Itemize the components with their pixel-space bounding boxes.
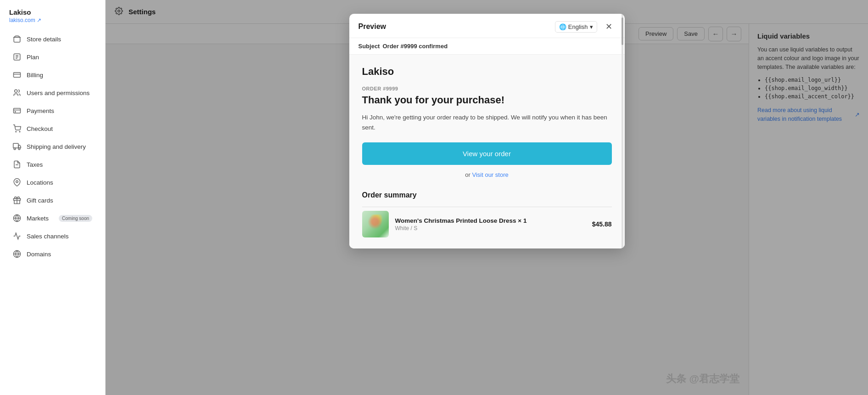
taxes-icon <box>13 160 21 169</box>
sidebar-item-locations[interactable]: Locations <box>4 174 101 191</box>
item-name: Women's Christmas Printed Loose Dress × … <box>395 217 586 224</box>
main-area: Settings Preview Save ← → Liquid variabl… <box>106 0 868 395</box>
markets-icon <box>13 214 21 222</box>
svg-rect-0 <box>14 37 20 42</box>
modal-scrollbar[interactable] <box>621 14 624 248</box>
modal-header: Preview 🌐 English ▾ ✕ <box>349 14 625 38</box>
language-label: English <box>568 23 588 30</box>
plan-icon <box>13 53 21 61</box>
external-link-icon: ↗ <box>37 17 41 23</box>
sidebar-label-users: Users and permissions <box>27 90 92 96</box>
sidebar-label-shipping: Shipping and delivery <box>27 143 92 150</box>
modal-subject: SubjectOrder #9999 confirmed <box>349 38 625 55</box>
chevron-down-icon: ▾ <box>590 23 593 30</box>
email-store-name: Lakiso <box>362 66 612 78</box>
scroll-thumb <box>622 17 623 45</box>
item-thumbnail <box>362 211 389 237</box>
email-preview: Lakiso ORDER #9999 Thank you for your pu… <box>349 55 625 248</box>
item-price: $45.88 <box>592 220 612 228</box>
modal-body[interactable]: Lakiso ORDER #9999 Thank you for your pu… <box>349 55 625 248</box>
modal-backdrop: Preview 🌐 English ▾ ✕ SubjectOrder #9999… <box>106 0 868 395</box>
svg-point-9 <box>14 148 16 150</box>
svg-point-3 <box>15 90 17 92</box>
svg-rect-8 <box>13 143 18 148</box>
sidebar-item-taxes[interactable]: Taxes <box>4 156 101 173</box>
sidebar-item-sales-channels[interactable]: Sales channels <box>4 227 101 245</box>
subject-value: Order #9999 confirmed <box>382 43 448 50</box>
email-or-visit: or Visit our store <box>362 171 612 178</box>
sidebar-item-domains[interactable]: Domains <box>4 245 101 263</box>
svg-point-5 <box>15 112 16 113</box>
order-summary-title: Order summary <box>362 191 612 199</box>
close-modal-button[interactable]: ✕ <box>603 20 616 33</box>
email-thank-you: Thank you for your purchase! <box>362 94 612 106</box>
scroll-track <box>622 14 623 248</box>
modal-header-actions: 🌐 English ▾ ✕ <box>555 20 616 33</box>
sidebar-item-shipping-delivery[interactable]: Shipping and delivery <box>4 138 101 155</box>
svg-point-6 <box>16 131 17 132</box>
svg-rect-4 <box>14 108 21 113</box>
sidebar-nav: Store details Plan Billing Users and per… <box>0 28 105 265</box>
globe-icon: 🌐 <box>559 23 566 30</box>
gift-icon <box>13 196 21 204</box>
sidebar-label-billing: Billing <box>27 72 92 79</box>
language-selector[interactable]: 🌐 English ▾ <box>555 21 597 33</box>
sidebar-label-gift-cards: Gift cards <box>27 197 92 204</box>
users-icon <box>13 89 21 97</box>
sidebar-label-domains: Domains <box>27 251 92 258</box>
sales-channels-icon <box>13 232 21 240</box>
email-body-text: Hi John, we're getting your order ready … <box>362 113 612 132</box>
order-item: Women's Christmas Printed Loose Dress × … <box>362 207 612 237</box>
locations-icon <box>13 178 21 186</box>
shipping-icon <box>13 142 21 151</box>
sidebar-item-gift-cards[interactable]: Gift cards <box>4 192 101 209</box>
sidebar-label-taxes: Taxes <box>27 161 92 168</box>
sidebar-item-payments[interactable]: Payments <box>4 102 101 119</box>
store-icon <box>13 35 21 43</box>
visit-store-link[interactable]: Visit our store <box>472 171 508 178</box>
checkout-icon <box>13 124 21 133</box>
sidebar-item-users-permissions[interactable]: Users and permissions <box>4 84 101 102</box>
store-url-link[interactable]: lakiso.com ↗ <box>9 17 96 23</box>
coming-soon-badge: Coming soon <box>59 215 92 222</box>
billing-icon <box>13 71 21 79</box>
svg-point-12 <box>16 181 18 183</box>
subject-label: Subject <box>358 43 380 50</box>
svg-point-7 <box>19 131 20 132</box>
svg-rect-2 <box>14 73 21 78</box>
sidebar-item-checkout[interactable]: Checkout <box>4 120 101 137</box>
sidebar-label-store-details: Store details <box>27 36 92 43</box>
sidebar-label-plan: Plan <box>27 54 92 61</box>
sidebar-label-payments: Payments <box>27 107 92 114</box>
sidebar-label-locations: Locations <box>27 179 92 186</box>
svg-point-10 <box>18 148 20 150</box>
item-details: Women's Christmas Printed Loose Dress × … <box>395 217 586 231</box>
sidebar-label-markets: Markets <box>27 215 53 222</box>
payments-icon <box>13 107 21 115</box>
preview-modal: Preview 🌐 English ▾ ✕ SubjectOrder #9999… <box>349 14 625 248</box>
email-order-label: ORDER #9999 <box>362 86 612 91</box>
sidebar-label-checkout: Checkout <box>27 125 92 132</box>
email-cta-button[interactable]: View your order <box>362 142 612 165</box>
sidebar-item-billing[interactable]: Billing <box>4 66 101 84</box>
sidebar-item-plan[interactable]: Plan <box>4 48 101 66</box>
item-variant: White / S <box>395 225 586 231</box>
sidebar-item-markets[interactable]: Markets Coming soon <box>4 209 101 227</box>
domains-icon <box>13 250 21 258</box>
sidebar: Lakiso lakiso.com ↗ Store details Plan B… <box>0 0 106 395</box>
store-name: Lakiso <box>9 8 96 16</box>
sidebar-item-store-details[interactable]: Store details <box>4 30 101 48</box>
sidebar-label-sales-channels: Sales channels <box>27 233 92 240</box>
modal-title: Preview <box>358 23 386 31</box>
sidebar-header: Lakiso lakiso.com ↗ <box>0 0 105 28</box>
